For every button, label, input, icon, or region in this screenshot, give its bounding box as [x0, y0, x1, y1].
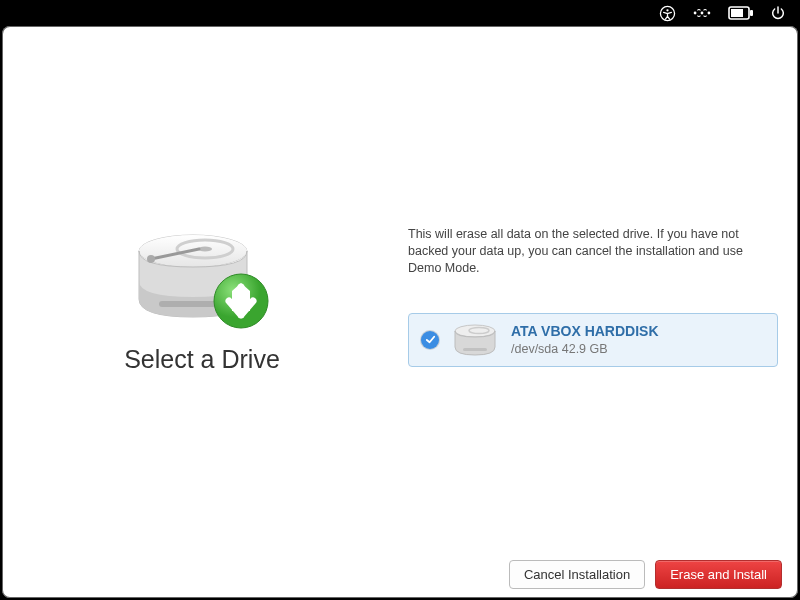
left-pane: Select a Drive — [2, 26, 402, 550]
cancel-button[interactable]: Cancel Installation — [509, 560, 645, 589]
svg-rect-7 — [750, 10, 753, 16]
drive-list: ATA VBOX HARDDISK /dev/sda 42.9 GB — [408, 313, 778, 367]
accessibility-icon[interactable] — [659, 5, 676, 22]
footer: Cancel Installation Erase and Install — [2, 550, 798, 598]
drive-text: ATA VBOX HARDDISK /dev/sda 42.9 GB — [511, 323, 659, 356]
harddisk-icon — [451, 323, 499, 357]
top-menubar — [0, 0, 800, 26]
battery-icon[interactable] — [728, 6, 754, 20]
svg-point-4 — [708, 12, 711, 15]
power-icon[interactable] — [770, 5, 786, 21]
warning-text: This will erase all data on the selected… — [408, 226, 778, 277]
network-icon[interactable] — [692, 6, 712, 20]
erase-install-button[interactable]: Erase and Install — [655, 560, 782, 589]
svg-point-13 — [147, 255, 155, 263]
drive-item[interactable]: ATA VBOX HARDDISK /dev/sda 42.9 GB — [408, 313, 778, 367]
drive-name: ATA VBOX HARDDISK — [511, 323, 659, 339]
installer-window: Select a Drive This will erase all data … — [2, 26, 798, 598]
svg-point-3 — [701, 12, 704, 15]
svg-point-2 — [694, 12, 697, 15]
right-pane: This will erase all data on the selected… — [402, 26, 798, 550]
selected-check-icon — [421, 331, 439, 349]
svg-point-1 — [666, 9, 668, 11]
drive-sub: /dev/sda 42.9 GB — [511, 342, 659, 356]
page-title: Select a Drive — [124, 345, 280, 374]
svg-rect-18 — [463, 348, 487, 351]
svg-rect-6 — [731, 9, 743, 17]
drive-install-icon — [127, 221, 277, 331]
